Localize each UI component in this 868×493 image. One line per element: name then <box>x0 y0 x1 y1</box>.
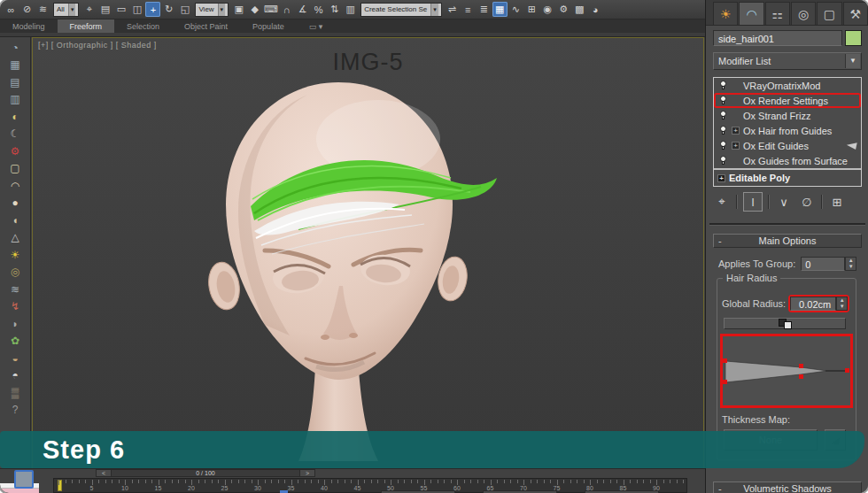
stack-row[interactable]: Ox Guides from Surface <box>714 153 861 168</box>
light-bulb-icon[interactable] <box>719 126 727 135</box>
next-frame-button[interactable]: > <box>299 469 315 477</box>
ribbon-tab-selection[interactable]: Selection <box>114 19 172 33</box>
ribbon-tab-populate[interactable]: Populate <box>240 19 297 33</box>
render-production-icon[interactable]: ◕ <box>588 2 603 17</box>
reference-coordinate-dropdown[interactable]: View▾ <box>195 3 229 17</box>
left-toolbar-icon[interactable]: ◠ <box>4 177 26 195</box>
snap-toggle-3d-icon[interactable]: ∩ <box>279 2 294 17</box>
select-by-name-icon[interactable]: ▤ <box>97 2 112 17</box>
left-toolbar-icon[interactable]: ◐ <box>4 108 26 126</box>
curve-editor-button[interactable] <box>724 318 846 329</box>
stack-row[interactable]: +Ox Edit Guides <box>714 138 861 153</box>
hierarchy-tab[interactable]: ⚏ <box>765 2 790 25</box>
ribbon-tab-object-paint[interactable]: Object Paint <box>172 19 240 33</box>
select-and-link-icon[interactable]: ∞ <box>4 2 19 17</box>
stack-row[interactable]: VRayOrnatrixMod <box>714 78 861 93</box>
applies-to-group-field[interactable]: 0 <box>801 257 845 271</box>
expand-icon[interactable]: + <box>732 142 740 150</box>
percent-snap-icon[interactable]: % <box>311 2 326 17</box>
selection-filter-dropdown[interactable]: All▾ <box>53 3 79 17</box>
left-toolbar-icon[interactable]: ☾ <box>4 126 26 143</box>
left-toolbar-icon[interactable]: ▦ <box>4 57 26 74</box>
head-model[interactable] <box>166 63 538 470</box>
left-toolbar-icon[interactable]: ↯ <box>4 298 26 316</box>
left-toolbar-icon[interactable]: ◔ <box>4 39 26 57</box>
left-toolbar-icon[interactable]: ▢ <box>4 160 26 178</box>
stack-row[interactable]: Ox Strand Frizz <box>714 108 861 123</box>
stack-row[interactable]: +Ox Hair from Guides <box>714 123 861 138</box>
global-radius-spinner[interactable]: ▲▼ <box>836 297 848 311</box>
bind-to-spacewarp-icon[interactable]: ≋ <box>35 2 50 17</box>
left-toolbar-icon[interactable]: ◎ <box>4 264 26 281</box>
select-object-icon[interactable]: ⌖ <box>81 2 97 17</box>
left-toolbar-icon[interactable]: ▤ <box>4 73 26 91</box>
graphite-ribbon-toggle-icon[interactable]: ▦ <box>492 2 508 17</box>
material-editor-icon[interactable]: ◉ <box>540 2 555 17</box>
keyboard-shortcut-override-icon[interactable]: ⌨ <box>263 2 278 17</box>
left-toolbar-icon[interactable]: ◒ <box>4 350 26 367</box>
motion-tab[interactable]: ◎ <box>791 2 816 25</box>
chevron-down-icon[interactable]: ▾ <box>430 4 438 16</box>
ribbon-tab-freeform[interactable]: Freeform <box>58 19 115 33</box>
light-bulb-icon[interactable] <box>719 81 727 90</box>
left-toolbar-icon[interactable]: ▥ <box>4 91 26 109</box>
chevron-down-icon[interactable]: ▾ <box>218 4 226 16</box>
stack-row[interactable]: +Editable Poly <box>714 168 861 186</box>
left-toolbar-icon[interactable]: △ <box>4 229 26 247</box>
expand-icon[interactable]: + <box>717 174 725 182</box>
applies-to-group-spinner[interactable]: ▲▼ <box>845 257 856 271</box>
align-icon[interactable]: ≡ <box>461 2 476 17</box>
chevron-down-icon[interactable]: ▼ <box>845 54 860 68</box>
global-radius-field[interactable]: 0.02cm <box>790 297 836 311</box>
layer-manager-icon[interactable]: ≣ <box>477 2 492 17</box>
object-name-field[interactable]: side_hair001 <box>713 30 842 46</box>
mirror-icon[interactable]: ⇌ <box>445 2 460 17</box>
left-toolbar-icon[interactable]: ≋ <box>4 281 26 298</box>
object-color-swatch[interactable] <box>845 30 862 46</box>
angle-snap-icon[interactable]: ∡ <box>295 2 310 17</box>
previous-frame-button[interactable]: < <box>96 469 112 477</box>
left-toolbar-icon[interactable]: ◖ <box>4 212 26 229</box>
light-bulb-icon[interactable] <box>719 156 727 166</box>
ribbon-tab-modeling[interactable]: Modeling <box>0 19 58 33</box>
stack-row[interactable]: Ox Render Settings <box>714 93 861 108</box>
left-toolbar-icon[interactable]: ⚙ <box>4 143 26 160</box>
display-tab[interactable]: ▢ <box>817 2 841 25</box>
edit-named-selection-sets-icon[interactable]: ▥ <box>343 2 358 17</box>
pin-stack-icon[interactable]: ⌖ <box>713 193 731 211</box>
remove-modifier-icon[interactable]: ∅ <box>798 193 816 211</box>
show-end-result-icon[interactable]: I <box>743 192 763 212</box>
rectangular-selection-region-icon[interactable]: ▭ <box>113 2 128 17</box>
configure-modifier-sets-icon[interactable]: ⊞ <box>828 193 846 211</box>
left-toolbar-icon[interactable]: ✿ <box>4 333 26 350</box>
utilities-tab[interactable]: ⚒ <box>843 2 868 25</box>
use-pivot-point-center-icon[interactable]: ▣ <box>231 2 246 17</box>
make-unique-icon[interactable]: ∨ <box>775 193 793 211</box>
window-crossing-icon[interactable]: ◫ <box>129 2 144 17</box>
ribbon-minimize-icon[interactable]: ▭ ▾ <box>297 19 336 33</box>
named-selection-set-dropdown[interactable]: Create Selection Se▾ <box>360 3 442 17</box>
left-toolbar-icon[interactable]: ☀ <box>4 246 26 264</box>
viewport[interactable]: [+] [ Orthographic ] [ Shaded ] IMG-5 <box>32 37 704 468</box>
rendered-frame-window-icon[interactable]: ▩ <box>572 2 587 17</box>
left-toolbar-icon[interactable]: ▒ <box>4 384 26 402</box>
select-and-scale-icon[interactable]: ◱ <box>177 2 192 17</box>
select-and-manipulate-icon[interactable]: ◆ <box>247 2 262 17</box>
selection-lock-toggle[interactable] <box>14 470 34 489</box>
render-setup-icon[interactable]: ⚙ <box>556 2 571 17</box>
left-toolbar-icon[interactable]: ◗ <box>4 315 26 333</box>
schematic-view-icon[interactable]: ⊞ <box>524 2 539 17</box>
left-toolbar-icon[interactable]: ◓ <box>4 367 26 385</box>
create-tab[interactable]: ☀ <box>713 2 738 25</box>
chevron-down-icon[interactable]: ▾ <box>68 4 76 16</box>
light-bulb-icon[interactable] <box>719 111 727 120</box>
main-options-rollout-header[interactable]: - Main Options <box>713 234 862 248</box>
light-bulb-icon[interactable] <box>719 96 727 105</box>
unlink-selection-icon[interactable]: ⊘ <box>19 2 35 17</box>
expand-icon[interactable]: + <box>732 127 740 135</box>
spinner-snap-icon[interactable]: ⇅ <box>327 2 342 17</box>
left-toolbar-icon[interactable]: ? <box>4 402 26 420</box>
modify-tab[interactable]: ◠ <box>739 2 763 25</box>
curve-editor-icon[interactable]: ∿ <box>508 2 523 17</box>
volumetric-shadows-rollout-header[interactable]: - Volumetric Shadows <box>713 481 862 493</box>
